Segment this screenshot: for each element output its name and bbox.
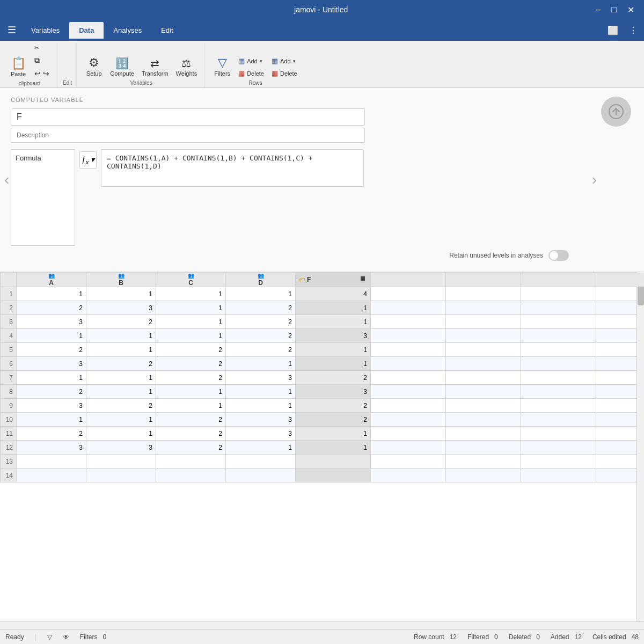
cut-button[interactable]: ✂ <box>31 43 53 53</box>
cell-empty[interactable] <box>371 301 446 315</box>
col-header-B[interactable]: 👥 B <box>86 273 156 287</box>
cell-C-13[interactable] <box>156 455 226 469</box>
cell-A-2[interactable]: 2 <box>17 301 86 315</box>
cell-empty[interactable] <box>371 469 446 482</box>
weights-button[interactable]: ⚖ Weights <box>173 56 201 79</box>
cell-empty[interactable] <box>371 357 446 371</box>
cell-A-8[interactable]: 2 <box>17 385 86 399</box>
cell-empty[interactable] <box>521 441 596 455</box>
cell-B-8[interactable]: 1 <box>86 385 156 399</box>
cell-F-8[interactable]: 3 <box>296 385 371 399</box>
cell-empty[interactable] <box>521 287 596 301</box>
cell-empty[interactable] <box>521 427 596 441</box>
cell-empty[interactable] <box>521 413 596 427</box>
cell-B-14[interactable] <box>86 469 156 482</box>
spreadsheet-wrapper[interactable]: 👥 A 👥 B 👥 <box>0 272 644 621</box>
cell-empty[interactable] <box>521 469 596 482</box>
cell-D-12[interactable]: 1 <box>226 441 296 455</box>
cell-A-6[interactable]: 3 <box>17 357 86 371</box>
cell-empty[interactable] <box>521 455 596 469</box>
tab-variables[interactable]: Variables <box>21 22 69 39</box>
cell-D-4[interactable]: 2 <box>226 329 296 343</box>
setup-button[interactable]: ⚙ Setup <box>82 55 106 79</box>
cell-empty[interactable] <box>446 371 521 385</box>
expression-input[interactable]: = CONTAINS(1,A) + CONTAINS(1,B) + CONTAI… <box>101 149 364 187</box>
cell-empty[interactable] <box>446 413 521 427</box>
col-header-J[interactable] <box>596 273 645 287</box>
tab-data[interactable]: Data <box>69 22 104 39</box>
cell-A-7[interactable]: 1 <box>17 371 86 385</box>
cell-C-6[interactable]: 2 <box>156 357 226 371</box>
nav-left-button[interactable]: ‹ <box>0 167 13 193</box>
cell-empty[interactable] <box>446 399 521 413</box>
cell-empty[interactable] <box>371 329 446 343</box>
cell-F-11[interactable]: 1 <box>296 427 371 441</box>
variable-description-input[interactable] <box>11 128 365 143</box>
cell-A-12[interactable]: 3 <box>17 441 86 455</box>
cell-D-5[interactable]: 2 <box>226 343 296 357</box>
filter-icon[interactable]: ▽ <box>47 633 52 641</box>
cell-C-14[interactable] <box>156 469 226 482</box>
cell-empty[interactable] <box>371 343 446 357</box>
fx-button[interactable]: ƒx ▾ <box>79 151 97 169</box>
cell-A-10[interactable]: 1 <box>17 413 86 427</box>
cell-F-6[interactable]: 1 <box>296 357 371 371</box>
cell-A-14[interactable] <box>17 469 86 482</box>
cell-D-14[interactable] <box>226 469 296 482</box>
minimize-button[interactable]: – <box>592 4 604 16</box>
col-header-F[interactable]: 🏷 F • <box>296 273 371 287</box>
cell-empty[interactable] <box>446 441 521 455</box>
delete-column-button[interactable]: ▦ Delete <box>235 68 267 79</box>
cell-F-5[interactable]: 1 <box>296 343 371 357</box>
cell-B-10[interactable]: 1 <box>86 413 156 427</box>
cell-D-8[interactable]: 1 <box>226 385 296 399</box>
cell-A-5[interactable]: 2 <box>17 343 86 357</box>
cell-empty[interactable] <box>446 455 521 469</box>
cell-C-12[interactable]: 2 <box>156 441 226 455</box>
cell-B-4[interactable]: 1 <box>86 329 156 343</box>
cell-F-13[interactable] <box>296 455 371 469</box>
cell-A-1[interactable]: 1 <box>17 287 86 301</box>
cell-D-13[interactable] <box>226 455 296 469</box>
cell-D-11[interactable]: 3 <box>226 427 296 441</box>
cell-C-2[interactable]: 1 <box>156 301 226 315</box>
transform-button[interactable]: ⇄ Transform <box>138 56 172 79</box>
cell-F-10[interactable]: 2 <box>296 413 371 427</box>
more-options-icon[interactable]: ⋮ <box>625 23 642 38</box>
cell-C-5[interactable]: 2 <box>156 343 226 357</box>
cell-empty[interactable] <box>371 385 446 399</box>
cell-A-13[interactable] <box>17 455 86 469</box>
cell-F-4[interactable]: 3 <box>296 329 371 343</box>
cell-empty[interactable] <box>371 315 446 329</box>
col-header-A[interactable]: 👥 A <box>17 273 86 287</box>
col-header-C[interactable]: 👥 C <box>156 273 226 287</box>
cell-empty[interactable] <box>371 441 446 455</box>
cell-empty[interactable] <box>371 371 446 385</box>
cell-empty[interactable] <box>446 385 521 399</box>
cell-B-3[interactable]: 2 <box>86 315 156 329</box>
cell-A-9[interactable]: 3 <box>17 399 86 413</box>
cell-empty[interactable] <box>446 315 521 329</box>
delete-row-button[interactable]: ▦ Delete <box>268 68 301 79</box>
col-header-D[interactable]: 👥 D <box>226 273 296 287</box>
cell-D-6[interactable]: 1 <box>226 357 296 371</box>
horizontal-scrollbar[interactable] <box>0 621 644 629</box>
cell-B-12[interactable]: 3 <box>86 441 156 455</box>
cell-empty[interactable] <box>521 385 596 399</box>
variable-name-input[interactable] <box>11 108 365 126</box>
cell-B-9[interactable]: 2 <box>86 399 156 413</box>
cell-F-7[interactable]: 2 <box>296 371 371 385</box>
cell-empty[interactable] <box>446 287 521 301</box>
paste-button[interactable]: 📋 Paste <box>6 55 30 79</box>
cell-empty[interactable] <box>446 301 521 315</box>
cell-B-2[interactable]: 3 <box>86 301 156 315</box>
cell-A-11[interactable]: 2 <box>17 427 86 441</box>
undo-button[interactable]: ↩ <box>34 69 41 78</box>
copy-button[interactable]: ⧉ <box>31 54 53 67</box>
cell-F-9[interactable]: 2 <box>296 399 371 413</box>
cell-B-1[interactable]: 1 <box>86 287 156 301</box>
cell-C-8[interactable]: 1 <box>156 385 226 399</box>
vertical-scrollbar[interactable] <box>636 272 644 621</box>
cell-B-6[interactable]: 2 <box>86 357 156 371</box>
cell-B-11[interactable]: 1 <box>86 427 156 441</box>
